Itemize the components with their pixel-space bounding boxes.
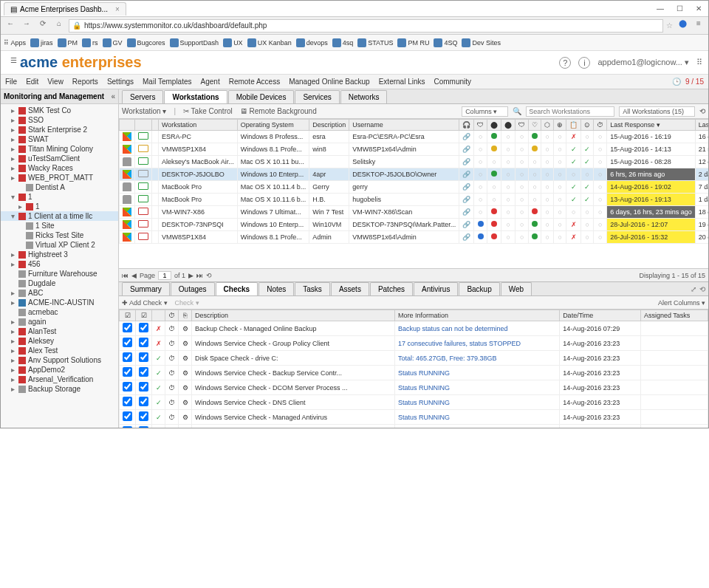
check-checkbox[interactable] bbox=[123, 323, 132, 332]
tree-item[interactable]: ▸Highstreet 3 bbox=[1, 250, 118, 259]
gear-icon[interactable]: ⚙ bbox=[179, 351, 192, 366]
tree-item[interactable]: ▸again bbox=[1, 317, 118, 327]
detail-tab-assets[interactable]: Assets bbox=[331, 282, 369, 295]
tree-item[interactable]: Dentist A bbox=[1, 182, 118, 192]
link-icon[interactable]: 🔗 bbox=[459, 219, 474, 231]
tab-servers[interactable]: Servers bbox=[122, 90, 163, 103]
tab-services[interactable]: Services bbox=[295, 90, 339, 103]
menu-external-links[interactable]: External Links bbox=[379, 78, 425, 86]
check-checkbox-2[interactable] bbox=[139, 426, 148, 428]
tree-item[interactable]: ▾1 bbox=[1, 192, 118, 202]
check-col[interactable]: ⏱ bbox=[165, 310, 179, 321]
bookmark-item[interactable]: GV bbox=[103, 38, 123, 47]
home-icon[interactable]: ⌂ bbox=[52, 19, 66, 33]
menu-edit[interactable]: Edit bbox=[26, 78, 38, 86]
check-row[interactable]: ✓⏱⚙Windows Service Check - Print Spooler… bbox=[120, 425, 708, 428]
user-menu[interactable]: appdemo1@logicnow... ▾ bbox=[597, 58, 689, 67]
tree-item[interactable]: ▸Arsenal_Verification bbox=[1, 375, 118, 384]
bookmark-star-icon[interactable]: ☆ bbox=[666, 21, 673, 30]
workstation-row[interactable]: VM-WIN7-X86Windows 7 Ultimat...Win 7 Tes… bbox=[120, 206, 709, 219]
detail-tab-backup[interactable]: Backup bbox=[459, 282, 499, 295]
tree-item[interactable]: Virtual XP Client 2 bbox=[1, 240, 118, 250]
check-col-header[interactable]: Description bbox=[192, 310, 395, 321]
check-row[interactable]: ✓⏱⚙Windows Service Check - DNS ClientSta… bbox=[120, 395, 708, 410]
status-col[interactable]: 📋 bbox=[566, 120, 581, 131]
gear-icon[interactable]: ⚙ bbox=[179, 380, 192, 395]
tree-item[interactable]: Ricks Test Site bbox=[1, 230, 118, 240]
status-col[interactable]: 🛡 bbox=[516, 120, 529, 131]
check-col-header[interactable]: Date/Time bbox=[560, 310, 641, 321]
tree-item[interactable]: ▸Wacky Races bbox=[1, 163, 118, 173]
link-icon[interactable]: 🔗 bbox=[459, 156, 474, 168]
tree-item[interactable]: ▸1 bbox=[1, 202, 118, 211]
col-header[interactable]: Workstation bbox=[159, 120, 238, 131]
bookmark-item[interactable]: SupportDash bbox=[170, 38, 219, 47]
col-header[interactable]: Username bbox=[349, 120, 459, 131]
tree-item[interactable]: Dugdale bbox=[1, 278, 118, 288]
tab-workstations[interactable]: Workstations bbox=[164, 90, 227, 103]
link-icon[interactable]: 🔗 bbox=[459, 206, 474, 219]
workstation-row[interactable]: DESKTOP-J5JOLBOWindows 10 Enterp...4aprD… bbox=[120, 168, 709, 181]
menu-remote-access[interactable]: Remote Access bbox=[229, 78, 280, 86]
bookmark-item[interactable]: UX bbox=[223, 38, 243, 47]
col-header[interactable] bbox=[135, 120, 152, 131]
detail-tab-summary[interactable]: Summary bbox=[122, 282, 170, 295]
tree-item[interactable]: ▸SMK Test Co bbox=[1, 106, 118, 115]
check-row[interactable]: ✓⏱⚙Windows Service Check - DCOM Server P… bbox=[120, 380, 708, 395]
tree-item[interactable]: ▸ABC bbox=[1, 288, 118, 298]
tree-item[interactable]: ▸Backup Storage bbox=[1, 384, 118, 394]
gear-icon[interactable]: ⚙ bbox=[179, 395, 192, 410]
help-icon[interactable]: ? bbox=[559, 57, 571, 69]
status-col[interactable]: 🎧 bbox=[459, 120, 474, 131]
check-checkbox-2[interactable] bbox=[139, 352, 148, 362]
tree-item[interactable]: 1 Site bbox=[1, 221, 118, 230]
close-icon[interactable]: ✕ bbox=[692, 4, 705, 13]
remote-bg-button[interactable]: 🖥 Remote Background bbox=[240, 107, 317, 115]
bookmark-item[interactable]: STATUS bbox=[357, 38, 393, 47]
check-menu[interactable]: Check ▾ bbox=[175, 299, 199, 307]
tree-item[interactable]: ▸SWAT bbox=[1, 134, 118, 144]
col-header[interactable]: Operating System bbox=[237, 120, 309, 131]
forward-icon[interactable]: → bbox=[20, 19, 33, 33]
check-checkbox[interactable] bbox=[123, 382, 132, 392]
col-header[interactable]: Last Boot Time bbox=[695, 120, 708, 131]
status-col[interactable]: ⬤ bbox=[501, 120, 516, 131]
status-col[interactable]: ⬡ bbox=[541, 120, 554, 131]
tree-item[interactable]: ▸Stark Enterprise 2 bbox=[1, 125, 118, 134]
gear-icon[interactable]: ⚙ bbox=[179, 410, 192, 425]
apps-grid-icon[interactable]: ⠿ bbox=[696, 58, 702, 67]
app-menu-icon[interactable]: ☰ bbox=[7, 56, 20, 69]
browser-tab[interactable]: ▤ Acme Enterprises Dashb... × bbox=[4, 2, 126, 16]
check-checkbox-2[interactable] bbox=[139, 367, 148, 377]
menu-agent[interactable]: Agent bbox=[201, 78, 220, 86]
detail-expand-icon[interactable]: ⤢ bbox=[691, 285, 696, 293]
filter-dropdown[interactable]: All Workstations (15) bbox=[619, 106, 695, 117]
check-checkbox[interactable] bbox=[123, 426, 132, 428]
check-col[interactable] bbox=[152, 310, 165, 321]
collapse-icon[interactable]: « bbox=[111, 92, 115, 100]
menu-mail-templates[interactable]: Mail Templates bbox=[143, 78, 192, 86]
take-control-button[interactable]: ✂ Take Control bbox=[183, 107, 233, 115]
columns-menu[interactable]: Columns ▾ bbox=[462, 106, 508, 117]
tree-item[interactable]: ▾1 Client at a time llc bbox=[1, 211, 118, 221]
bookmark-item[interactable]: 4sq bbox=[332, 38, 354, 47]
bookmark-item[interactable]: UX Kanban bbox=[247, 38, 292, 47]
check-col-header[interactable]: More Information bbox=[394, 310, 559, 321]
status-col[interactable]: ⊕ bbox=[554, 120, 566, 131]
check-checkbox-2[interactable] bbox=[139, 397, 148, 406]
workstation-row[interactable]: ESRA-PCWindows 8 Profess...esraEsra-PC\E… bbox=[120, 131, 709, 143]
link-icon[interactable]: 🔗 bbox=[459, 181, 474, 194]
link-icon[interactable]: 🔗 bbox=[459, 194, 474, 206]
workstation-row[interactable]: DESKTOP-73NPSQIWindows 10 Enterp...Win10… bbox=[120, 219, 709, 231]
check-col[interactable]: ⎘ bbox=[179, 310, 192, 321]
minimize-icon[interactable]: — bbox=[654, 4, 667, 13]
tree-item[interactable]: ▸Anv Support Solutions bbox=[1, 355, 118, 365]
check-checkbox-2[interactable] bbox=[139, 411, 148, 421]
menu-community[interactable]: Community bbox=[434, 78, 472, 86]
page-refresh-icon[interactable]: ⟲ bbox=[206, 272, 212, 279]
gear-icon[interactable]: ⚙ bbox=[179, 366, 192, 380]
tree-item[interactable]: acmebac bbox=[1, 307, 118, 317]
tree-item[interactable]: ▸Alex Test bbox=[1, 346, 118, 355]
workstation-row[interactable]: VMW8SP1X84Windows 8.1 Profe...win8VMW8SP… bbox=[120, 143, 709, 156]
menu-view[interactable]: View bbox=[47, 78, 64, 86]
